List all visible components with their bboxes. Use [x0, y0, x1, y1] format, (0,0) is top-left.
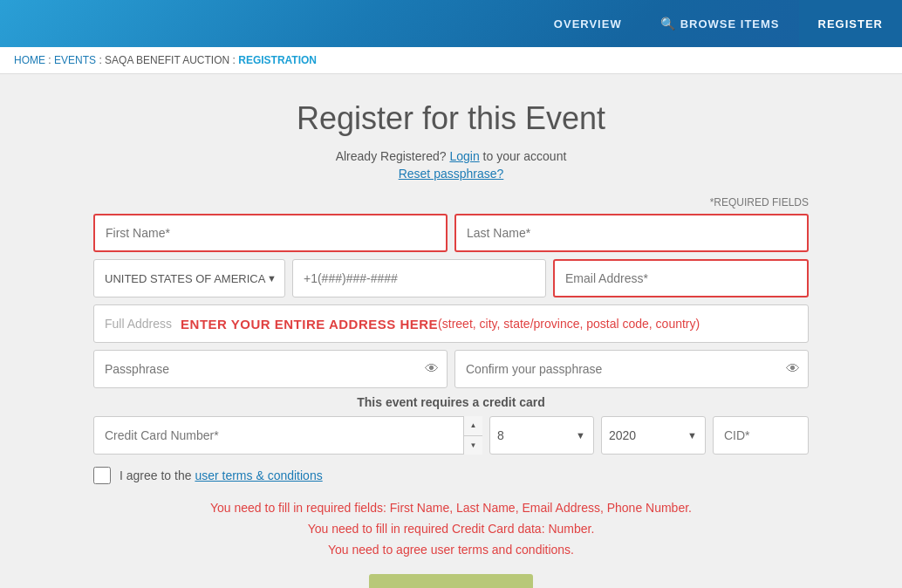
required-note: *REQUIRED FIELDS: [93, 196, 809, 209]
country-select-wrapper: UNITED STATES OF AMERICA: [93, 259, 285, 297]
cid-input[interactable]: [713, 416, 809, 455]
passphrase-eye-icon[interactable]: 👁: [425, 361, 439, 377]
year-select-wrapper: 2020 20212022202320242025: [601, 416, 706, 455]
confirm-passphrase-input[interactable]: [454, 350, 809, 388]
login-link[interactable]: Login: [449, 149, 479, 163]
error-messages: You need to fill in required fields: Fir…: [93, 498, 809, 560]
cc-spin-up[interactable]: ▲: [464, 416, 482, 436]
last-name-input[interactable]: [454, 214, 809, 252]
cc-spin-down[interactable]: ▼: [464, 436, 482, 455]
phone-input[interactable]: [292, 259, 546, 297]
year-select[interactable]: 2020 20212022202320242025: [601, 416, 706, 455]
breadcrumb: HOME : EVENTS : SAQA BENEFIT AUCTION : R…: [0, 47, 902, 74]
terms-checkbox[interactable]: [93, 467, 111, 484]
breadcrumb-events[interactable]: EVENTS: [54, 54, 96, 66]
overview-label: OVERVIEW: [554, 17, 622, 31]
nav-overview[interactable]: OVERVIEW: [535, 0, 641, 47]
error-line1: You need to fill in required fields: Fir…: [93, 498, 809, 519]
country-select[interactable]: UNITED STATES OF AMERICA: [93, 259, 285, 297]
month-select-wrapper: 8 1234 5679 101112: [489, 416, 594, 455]
terms-row: I agree to the user terms & conditions: [93, 467, 809, 484]
main-content: Register for this Event Already Register…: [0, 74, 902, 588]
register-nav-label: REGISTER: [818, 17, 883, 31]
credit-card-row: ▲ ▼ 8 1234 5679 101112 2020 202120222023…: [93, 416, 809, 455]
month-select[interactable]: 8 1234 5679 101112: [489, 416, 594, 455]
register-button[interactable]: REGISTER: [369, 574, 534, 588]
cc-spinner: ▲ ▼: [463, 416, 482, 455]
nav-register[interactable]: REGISTER: [799, 0, 902, 47]
reset-passphrase-row: Reset passphrase?: [399, 167, 504, 181]
passphrase-input[interactable]: [93, 350, 448, 388]
email-input[interactable]: [553, 259, 809, 297]
address-big-text: ENTER YOUR ENTIRE ADDRESS HERE: [181, 317, 438, 332]
search-icon: 🔍: [660, 17, 676, 31]
breadcrumb-auction: SAQA BENEFIT AUCTION: [105, 54, 229, 66]
address-label: Full Address: [105, 317, 172, 331]
browse-label: BROWSE ITEMS: [680, 17, 780, 31]
breadcrumb-current: REGISTRATION: [238, 54, 317, 66]
contact-row: UNITED STATES OF AMERICA: [93, 259, 809, 297]
name-row: [93, 214, 809, 252]
terms-label: I agree to the user terms & conditions: [120, 468, 323, 482]
confirm-passphrase-eye-icon[interactable]: 👁: [786, 361, 800, 377]
nav-browse-items[interactable]: 🔍 BROWSE ITEMS: [641, 0, 799, 47]
first-name-input[interactable]: [93, 214, 448, 252]
cc-section-label: This event requires a credit card: [93, 395, 809, 409]
top-nav: OVERVIEW 🔍 BROWSE ITEMS REGISTER: [0, 0, 902, 47]
error-line3: You need to agree user terms and conditi…: [93, 540, 809, 561]
registration-form: UNITED STATES OF AMERICA Full Address EN…: [93, 214, 809, 588]
page-title: Register for this Event: [297, 100, 605, 137]
address-row[interactable]: Full Address ENTER YOUR ENTIRE ADDRESS H…: [93, 304, 809, 343]
address-small-text: (street, city, state/province, postal co…: [438, 317, 700, 331]
terms-link[interactable]: user terms & conditions: [195, 468, 322, 482]
reset-passphrase-link[interactable]: Reset passphrase?: [399, 167, 504, 181]
passphrase-row: 👁 👁: [93, 350, 809, 388]
error-line2: You need to fill in required Credit Card…: [93, 519, 809, 540]
breadcrumb-home[interactable]: HOME: [14, 54, 45, 66]
confirm-passphrase-wrapper: 👁: [454, 350, 809, 388]
cc-number-wrapper: ▲ ▼: [93, 416, 482, 455]
cc-number-input[interactable]: [93, 416, 482, 455]
passphrase-wrapper: 👁: [93, 350, 448, 388]
already-registered-text: Already Registered? Login to your accoun…: [336, 149, 567, 163]
